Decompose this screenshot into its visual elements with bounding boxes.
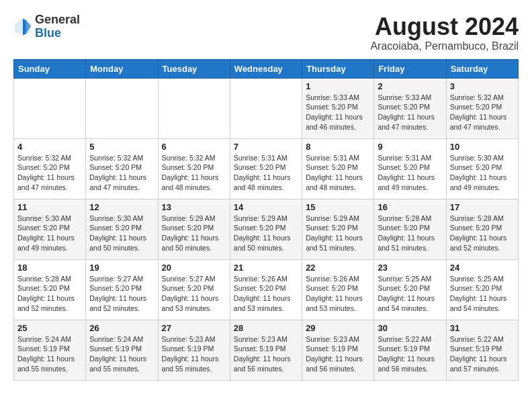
day-info: Sunrise: 5:33 AM Sunset: 5:20 PM Dayligh… (378, 93, 442, 132)
calendar-cell: 17Sunrise: 5:28 AM Sunset: 5:20 PM Dayli… (446, 199, 518, 259)
weekday-header: Wednesday (230, 59, 302, 78)
day-info: Sunrise: 5:32 AM Sunset: 5:20 PM Dayligh… (162, 153, 226, 193)
day-info: Sunrise: 5:23 AM Sunset: 5:19 PM Dayligh… (162, 334, 226, 374)
day-info: Sunrise: 5:28 AM Sunset: 5:20 PM Dayligh… (17, 274, 82, 314)
day-number: 16 (378, 202, 442, 212)
day-number: 30 (378, 323, 442, 333)
day-info: Sunrise: 5:27 AM Sunset: 5:20 PM Dayligh… (89, 274, 154, 314)
header: General Blue August 2024 Aracoiaba, Pern… (13, 13, 519, 52)
day-info: Sunrise: 5:30 AM Sunset: 5:20 PM Dayligh… (450, 153, 515, 193)
day-number: 8 (306, 142, 370, 152)
day-info: Sunrise: 5:30 AM Sunset: 5:20 PM Dayligh… (17, 214, 82, 253)
calendar-cell: 22Sunrise: 5:26 AM Sunset: 5:20 PM Dayli… (302, 259, 374, 320)
day-info: Sunrise: 5:22 AM Sunset: 5:19 PM Dayligh… (450, 334, 515, 374)
day-number: 14 (234, 202, 298, 212)
calendar-cell: 5Sunrise: 5:32 AM Sunset: 5:20 PM Daylig… (86, 138, 158, 199)
day-info: Sunrise: 5:24 AM Sunset: 5:19 PM Dayligh… (89, 334, 154, 374)
calendar-cell: 26Sunrise: 5:24 AM Sunset: 5:19 PM Dayli… (86, 320, 158, 380)
day-info: Sunrise: 5:26 AM Sunset: 5:20 PM Dayligh… (234, 274, 298, 314)
calendar-week-row: 18Sunrise: 5:28 AM Sunset: 5:20 PM Dayli… (14, 259, 519, 320)
weekday-header: Thursday (302, 59, 374, 78)
day-number: 21 (234, 263, 298, 273)
calendar-cell: 3Sunrise: 5:32 AM Sunset: 5:20 PM Daylig… (446, 78, 518, 138)
day-info: Sunrise: 5:32 AM Sunset: 5:20 PM Dayligh… (89, 153, 154, 193)
calendar-cell: 20Sunrise: 5:27 AM Sunset: 5:20 PM Dayli… (158, 259, 230, 320)
day-number: 7 (234, 142, 298, 152)
day-number: 4 (17, 142, 82, 152)
calendar-cell (230, 78, 302, 138)
calendar-cell (14, 78, 86, 138)
day-info: Sunrise: 5:32 AM Sunset: 5:20 PM Dayligh… (17, 153, 82, 193)
logo: General Blue (13, 13, 80, 40)
day-number: 27 (162, 323, 226, 333)
calendar-cell: 18Sunrise: 5:28 AM Sunset: 5:20 PM Dayli… (14, 259, 86, 320)
day-number: 3 (450, 81, 515, 91)
day-info: Sunrise: 5:25 AM Sunset: 5:20 PM Dayligh… (450, 274, 515, 314)
day-info: Sunrise: 5:23 AM Sunset: 5:19 PM Dayligh… (234, 334, 298, 374)
weekday-header-row: SundayMondayTuesdayWednesdayThursdayFrid… (14, 59, 519, 78)
day-info: Sunrise: 5:31 AM Sunset: 5:20 PM Dayligh… (234, 153, 298, 193)
calendar-cell: 14Sunrise: 5:29 AM Sunset: 5:20 PM Dayli… (230, 199, 302, 259)
calendar-cell: 29Sunrise: 5:23 AM Sunset: 5:19 PM Dayli… (302, 320, 374, 380)
day-info: Sunrise: 5:23 AM Sunset: 5:19 PM Dayligh… (306, 334, 370, 374)
day-info: Sunrise: 5:33 AM Sunset: 5:20 PM Dayligh… (306, 93, 370, 132)
calendar-cell: 31Sunrise: 5:22 AM Sunset: 5:19 PM Dayli… (446, 320, 518, 380)
calendar-week-row: 11Sunrise: 5:30 AM Sunset: 5:20 PM Dayli… (14, 199, 519, 259)
day-info: Sunrise: 5:29 AM Sunset: 5:20 PM Dayligh… (162, 214, 226, 253)
day-info: Sunrise: 5:28 AM Sunset: 5:20 PM Dayligh… (450, 214, 515, 253)
day-number: 6 (162, 142, 226, 152)
calendar-cell: 28Sunrise: 5:23 AM Sunset: 5:19 PM Dayli… (230, 320, 302, 380)
calendar-cell: 2Sunrise: 5:33 AM Sunset: 5:20 PM Daylig… (374, 78, 446, 138)
day-number: 29 (306, 323, 370, 333)
logo-text: General Blue (35, 13, 80, 40)
logo-blue: Blue (35, 26, 61, 40)
day-number: 15 (306, 202, 370, 212)
weekday-header: Tuesday (158, 59, 230, 78)
day-number: 26 (89, 323, 154, 333)
svg-marker-2 (23, 19, 26, 35)
day-number: 10 (450, 142, 515, 152)
calendar-cell: 23Sunrise: 5:25 AM Sunset: 5:20 PM Dayli… (374, 259, 446, 320)
day-number: 5 (89, 142, 154, 152)
day-info: Sunrise: 5:31 AM Sunset: 5:20 PM Dayligh… (378, 153, 442, 193)
day-number: 28 (234, 323, 298, 333)
day-number: 17 (450, 202, 515, 212)
calendar-cell: 11Sunrise: 5:30 AM Sunset: 5:20 PM Dayli… (14, 199, 86, 259)
title-area: August 2024 Aracoiaba, Pernambuco, Brazi… (370, 13, 519, 52)
calendar-table: SundayMondayTuesdayWednesdayThursdayFrid… (13, 59, 519, 381)
month-year: August 2024 (370, 13, 519, 40)
day-info: Sunrise: 5:29 AM Sunset: 5:20 PM Dayligh… (306, 214, 370, 253)
day-info: Sunrise: 5:30 AM Sunset: 5:20 PM Dayligh… (89, 214, 154, 253)
day-info: Sunrise: 5:31 AM Sunset: 5:20 PM Dayligh… (306, 153, 370, 193)
day-number: 13 (162, 202, 226, 212)
weekday-header: Sunday (14, 59, 86, 78)
day-number: 20 (162, 263, 226, 273)
calendar-week-row: 25Sunrise: 5:24 AM Sunset: 5:19 PM Dayli… (14, 320, 519, 380)
calendar-cell: 7Sunrise: 5:31 AM Sunset: 5:20 PM Daylig… (230, 138, 302, 199)
day-number: 2 (378, 81, 442, 91)
logo-general: General (35, 13, 80, 26)
weekday-header: Saturday (446, 59, 518, 78)
day-number: 9 (378, 142, 442, 152)
day-number: 22 (306, 263, 370, 273)
calendar-cell: 4Sunrise: 5:32 AM Sunset: 5:20 PM Daylig… (14, 138, 86, 199)
calendar-cell: 25Sunrise: 5:24 AM Sunset: 5:19 PM Dayli… (14, 320, 86, 380)
day-number: 12 (89, 202, 154, 212)
calendar-cell: 1Sunrise: 5:33 AM Sunset: 5:20 PM Daylig… (302, 78, 374, 138)
day-info: Sunrise: 5:25 AM Sunset: 5:20 PM Dayligh… (378, 274, 442, 314)
day-number: 19 (89, 263, 154, 273)
calendar-cell: 10Sunrise: 5:30 AM Sunset: 5:20 PM Dayli… (446, 138, 518, 199)
calendar-cell: 8Sunrise: 5:31 AM Sunset: 5:20 PM Daylig… (302, 138, 374, 199)
calendar-cell: 9Sunrise: 5:31 AM Sunset: 5:20 PM Daylig… (374, 138, 446, 199)
day-info: Sunrise: 5:26 AM Sunset: 5:20 PM Dayligh… (306, 274, 370, 314)
calendar-cell: 19Sunrise: 5:27 AM Sunset: 5:20 PM Dayli… (86, 259, 158, 320)
day-info: Sunrise: 5:28 AM Sunset: 5:20 PM Dayligh… (378, 214, 442, 253)
day-info: Sunrise: 5:27 AM Sunset: 5:20 PM Dayligh… (162, 274, 226, 314)
calendar-cell: 24Sunrise: 5:25 AM Sunset: 5:20 PM Dayli… (446, 259, 518, 320)
location: Aracoiaba, Pernambuco, Brazil (370, 40, 519, 52)
day-number: 11 (17, 202, 82, 212)
calendar-cell (86, 78, 158, 138)
calendar-cell: 12Sunrise: 5:30 AM Sunset: 5:20 PM Dayli… (86, 199, 158, 259)
calendar-week-row: 4Sunrise: 5:32 AM Sunset: 5:20 PM Daylig… (14, 138, 519, 199)
calendar-cell: 16Sunrise: 5:28 AM Sunset: 5:20 PM Dayli… (374, 199, 446, 259)
